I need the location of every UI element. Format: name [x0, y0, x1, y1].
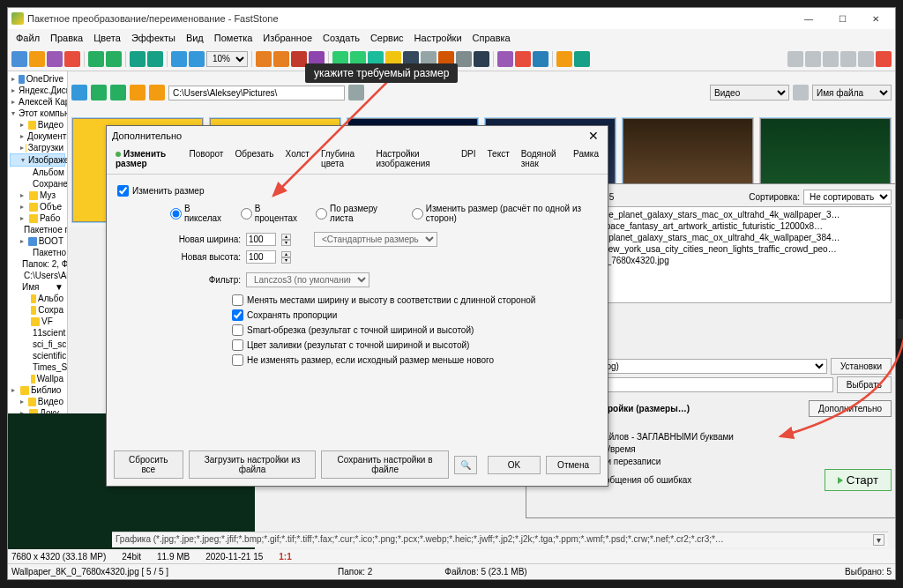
menu-effects[interactable]: Эффекты	[127, 31, 180, 45]
width-input[interactable]	[246, 233, 276, 246]
settings-button[interactable]: Установки	[831, 358, 892, 375]
minimize-button[interactable]: —	[793, 9, 825, 28]
width-up[interactable]: ▴	[281, 234, 291, 240]
ok-button[interactable]: OK	[488, 456, 541, 474]
height-input[interactable]	[246, 250, 276, 264]
menu-mark[interactable]: Пометка	[210, 31, 257, 45]
radio-page[interactable]	[316, 208, 327, 220]
tb-icon-22[interactable]	[574, 51, 590, 67]
zoom-select[interactable]: 10%	[206, 51, 248, 67]
radio-percent[interactable]	[241, 208, 252, 220]
tab-imgsettings[interactable]: Настройки изображения	[370, 145, 454, 174]
path-input[interactable]: C:\Users\Aleksey\Pictures\	[168, 86, 345, 100]
tb-icon-1[interactable]	[11, 51, 27, 67]
tab-resize[interactable]: Изменить размер	[110, 145, 183, 174]
tb-icon-4[interactable]	[64, 51, 80, 67]
menu-view[interactable]: Вид	[182, 31, 208, 45]
menu-fav[interactable]: Избранное	[258, 31, 317, 45]
radio-pixels[interactable]	[170, 208, 182, 220]
cb-keep-ratio[interactable]	[232, 309, 243, 321]
tab-watermark[interactable]: Водяной знак	[516, 145, 567, 174]
tb-icon-20[interactable]	[497, 51, 513, 67]
tooltip-label: укажите требуемый размер	[305, 63, 458, 83]
tab-text[interactable]: Текст	[482, 145, 515, 174]
star-icon[interactable]	[556, 51, 572, 67]
menu-help[interactable]: Справка	[468, 31, 515, 45]
view-icon-1[interactable]	[787, 51, 803, 67]
cancel-button[interactable]: Отмена	[546, 456, 601, 474]
tb-icon-19[interactable]	[474, 51, 489, 67]
menu-edit[interactable]: Правка	[46, 31, 87, 45]
tb-icon-7[interactable]	[256, 51, 272, 67]
tb-icon-18[interactable]	[456, 51, 472, 67]
go-icon[interactable]	[348, 85, 364, 100]
tb-icon-5[interactable]	[130, 51, 146, 67]
close-button[interactable]: ✕	[860, 9, 892, 28]
menu-service[interactable]: Сервис	[366, 31, 408, 45]
delete-icon[interactable]	[515, 51, 531, 67]
tb-icon-copy[interactable]	[88, 51, 104, 67]
refresh-icon[interactable]	[149, 85, 165, 100]
cb-fill-color[interactable]	[232, 339, 243, 351]
choose-button[interactable]: Выбрать	[837, 376, 892, 393]
forward-icon[interactable]	[110, 85, 126, 100]
menu-create[interactable]: Создать	[318, 31, 364, 45]
advanced-button[interactable]: Дополнительно	[809, 400, 892, 417]
radio-side[interactable]	[412, 208, 423, 220]
home-icon[interactable]	[71, 85, 87, 100]
cb-no-upscale[interactable]	[232, 354, 243, 366]
menu-colors[interactable]: Цвета	[89, 31, 125, 45]
window-controls: — ☐ ✕	[793, 9, 892, 28]
cb-swap[interactable]	[232, 294, 243, 306]
tb-icon-3[interactable]	[47, 51, 63, 67]
formats-bar: Графика (*.jpg;*.jpe;*.jpeg;*.jfif;*.bmp…	[112, 532, 888, 547]
zoom-in-icon[interactable]	[189, 51, 205, 67]
maximize-button[interactable]: ☐	[826, 9, 858, 28]
width-label: Новая ширина:	[170, 234, 241, 244]
statusbar: Wallpaper_8K_0_7680x4320.jpg [ 5 / 5 ] П…	[8, 563, 895, 579]
tb-icon-6[interactable]	[147, 51, 163, 67]
preview-icon-button[interactable]: 🔍	[454, 456, 477, 474]
cb-resize[interactable]	[117, 185, 129, 197]
view-icon-2[interactable]	[805, 51, 821, 67]
tb-icon-8[interactable]	[273, 51, 289, 67]
std-sizes-select[interactable]: <Стандартные размеры>	[314, 232, 437, 247]
view-icon-4[interactable]	[840, 51, 856, 67]
width-down[interactable]: ▾	[281, 240, 291, 246]
back-icon[interactable]	[91, 85, 107, 100]
filter-select[interactable]: Lanczos3 (по умолчанию)	[246, 272, 369, 287]
tab-rotate[interactable]: Поворот	[183, 145, 228, 174]
video-select[interactable]: Видео	[710, 85, 789, 100]
tb-icon-paste[interactable]	[106, 51, 122, 67]
cb-smart-crop[interactable]	[232, 324, 243, 336]
height-down[interactable]: ▾	[281, 257, 291, 264]
tab-colordepth[interactable]: Глубина цвета	[316, 145, 370, 174]
window-title: Пакетное преобразование/переименование -…	[27, 13, 279, 24]
tab-canvas[interactable]: Холст	[280, 145, 315, 174]
menu-file[interactable]: Файл	[11, 31, 44, 45]
view-icon-6[interactable]	[876, 51, 892, 67]
load-button[interactable]: Загрузить настройки из файла	[189, 450, 317, 479]
tb-icon-21[interactable]	[533, 51, 549, 67]
view-icon-5[interactable]	[858, 51, 874, 67]
sort-select[interactable]: Имя файла	[812, 85, 892, 100]
height-up[interactable]: ▴	[281, 251, 291, 257]
dialog-close-button[interactable]: ✕	[585, 129, 602, 143]
zoom-out-icon[interactable]	[171, 51, 187, 67]
play-icon	[838, 477, 843, 484]
resize-options: Менять местами ширину и высоту в соответ…	[232, 294, 597, 366]
tb-icon-2[interactable]	[29, 51, 45, 67]
address-bar: C:\Users\Aleksey\Pictures\ Видео Имя фай…	[68, 71, 895, 114]
tab-frame[interactable]: Рамка	[568, 145, 604, 174]
menu-settings[interactable]: Настройки	[410, 31, 466, 45]
app-icon	[11, 12, 24, 25]
view-icon-3[interactable]	[823, 51, 839, 67]
reset-button[interactable]: Сбросить все	[114, 450, 183, 479]
sort-dropdown[interactable]: Не сортировать	[803, 190, 892, 205]
tab-crop[interactable]: Обрезать	[229, 145, 279, 174]
dialog-buttons: Сбросить все Загрузить настройки из файл…	[114, 450, 601, 479]
tab-dpi[interactable]: DPI	[456, 145, 481, 174]
start-button[interactable]: Старт	[825, 469, 892, 491]
save-button[interactable]: Сохранить настройки в файле	[321, 450, 448, 479]
up-icon[interactable]	[130, 85, 146, 100]
